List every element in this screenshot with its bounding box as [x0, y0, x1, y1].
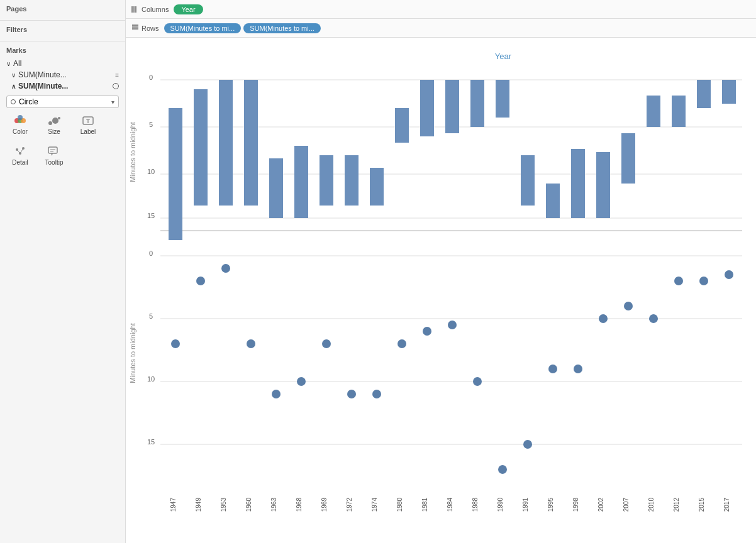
marks-section: Marks ∨ All ∨ SUM(Minute... ≡ ∧ SUM(Minu…: [0, 41, 125, 543]
dot-1990: [498, 465, 507, 474]
dropdown-arrow-icon: ▾: [111, 99, 114, 106]
svg-text:1960: 1960: [245, 498, 252, 512]
dot-2015: [699, 277, 708, 285]
bar-1963: [269, 158, 283, 218]
dot-1974: [372, 390, 381, 398]
svg-rect-14: [48, 147, 57, 153]
bar-2002: [596, 152, 610, 218]
svg-text:1974: 1974: [371, 498, 378, 512]
svg-text:Minutes to midnight: Minutes to midnight: [129, 122, 136, 182]
dot-1947: [171, 339, 180, 348]
dot-1953: [221, 264, 230, 273]
svg-text:1947: 1947: [170, 498, 177, 512]
svg-text:1991: 1991: [522, 498, 529, 512]
dot-1998: [574, 365, 582, 373]
mark-type-dropdown[interactable]: Circle ▾: [6, 96, 119, 108]
sum1-icon: ≡: [115, 72, 119, 79]
svg-text:2007: 2007: [623, 498, 630, 512]
svg-text:2002: 2002: [598, 498, 604, 512]
bar-1988: [470, 80, 484, 127]
marks-icons-row: Color Size T: [6, 113, 119, 135]
marks-sum2-label: SUM(Minute...: [18, 82, 68, 90]
svg-text:1949: 1949: [195, 498, 202, 512]
marks-sum1-item[interactable]: ∨ SUM(Minute... ≡: [6, 69, 119, 80]
columns-toolbar: Columns Year: [126, 0, 756, 19]
rows-pill2[interactable]: SUM(Minutes to mi...: [243, 23, 321, 33]
dot-2012: [674, 277, 683, 285]
columns-label: Columns: [131, 5, 169, 14]
svg-text:10: 10: [147, 168, 155, 175]
detail-button[interactable]: Detail: [6, 144, 34, 166]
svg-text:1963: 1963: [270, 498, 277, 512]
svg-text:1969: 1969: [321, 498, 328, 512]
svg-text:1953: 1953: [220, 498, 227, 512]
svg-text:15: 15: [147, 212, 155, 219]
bar-1949: [194, 89, 208, 206]
svg-rect-20: [135, 6, 136, 13]
detail-icon: [11, 144, 29, 159]
main-svg: Year 0 5 10 15 Minutes to midnight: [126, 38, 756, 543]
rows-icon: [131, 24, 140, 33]
sidebar: Pages Filters Marks ∨ All ∨ SUM(Minute..…: [0, 0, 126, 543]
svg-rect-22: [132, 26, 138, 28]
svg-text:1998: 1998: [572, 498, 579, 512]
marks-label: Marks: [6, 47, 119, 54]
svg-rect-23: [132, 28, 138, 30]
dot-2002: [599, 314, 608, 323]
dot-1984: [448, 321, 457, 329]
dot-1995: [548, 365, 557, 373]
svg-line-13: [20, 148, 23, 153]
marks-icons-row2: Detail Tooltip: [6, 140, 119, 166]
tooltip-icon: [45, 144, 63, 159]
pages-section: Pages: [0, 0, 125, 21]
svg-text:2012: 2012: [673, 498, 680, 512]
svg-text:15: 15: [147, 438, 155, 446]
svg-text:1981: 1981: [421, 498, 428, 512]
dot-1981: [423, 327, 431, 336]
svg-text:1995: 1995: [547, 498, 554, 512]
circle-mark-icon: [113, 83, 119, 89]
rows-pill1[interactable]: SUM(Minutes to mi...: [164, 23, 242, 33]
svg-rect-18: [131, 6, 133, 13]
bar-1981: [420, 80, 434, 136]
svg-rect-19: [133, 6, 135, 13]
detail-label: Detail: [12, 159, 28, 166]
dot-1972: [347, 390, 356, 398]
tooltip-label: Tooltip: [45, 159, 64, 166]
bar-2007: [621, 133, 635, 184]
dot-2010: [649, 314, 658, 323]
color-button[interactable]: Color: [6, 113, 34, 135]
bar-2017: [722, 80, 736, 104]
svg-point-6: [58, 117, 60, 119]
svg-text:1972: 1972: [346, 498, 353, 512]
svg-text:2010: 2010: [648, 498, 655, 512]
svg-point-3: [18, 115, 23, 120]
bar-1998: [571, 149, 585, 218]
svg-text:5: 5: [149, 312, 153, 320]
svg-text:1980: 1980: [396, 498, 403, 512]
svg-text:Minutes to midnight: Minutes to midnight: [129, 323, 136, 383]
svg-text:T: T: [86, 118, 90, 124]
rows-toolbar: Rows SUM(Minutes to mi... SUM(Minutes to…: [126, 19, 756, 38]
marks-sum2-item[interactable]: ∧ SUM(Minute...: [6, 80, 119, 92]
marks-all-item[interactable]: ∨ All: [6, 58, 119, 69]
dot-1980: [397, 339, 406, 348]
chevron-down-icon: ∨: [11, 72, 16, 79]
tooltip-button[interactable]: Tooltip: [40, 144, 68, 166]
bar-1969: [320, 155, 333, 206]
year-pill[interactable]: Year: [174, 4, 203, 14]
size-button[interactable]: Size: [40, 113, 68, 135]
circle-type-icon: [11, 99, 16, 104]
svg-rect-21: [132, 25, 138, 26]
bar-2012: [672, 96, 686, 127]
bar-1960: [244, 80, 258, 206]
svg-text:1988: 1988: [472, 498, 479, 512]
label-button[interactable]: T Label: [74, 113, 102, 135]
columns-icon: [131, 5, 140, 14]
bar-1980: [395, 108, 409, 143]
pages-label: Pages: [6, 5, 119, 13]
svg-text:5: 5: [149, 121, 153, 128]
dot-1963: [272, 390, 281, 398]
bar-1974: [370, 168, 384, 206]
marks-sum1-label: SUM(Minute...: [18, 70, 67, 79]
